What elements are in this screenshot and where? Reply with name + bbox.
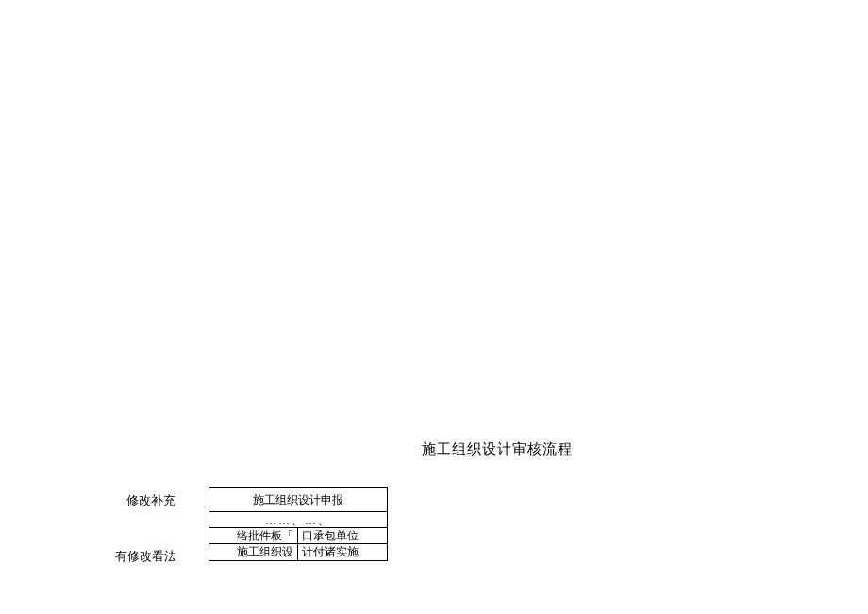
flow-table: 施工组织设计申报 ……、…、 络批件板「 口承包单位 施工组织设 计付诸实施 <box>209 487 388 561</box>
table-row-4: 施工组织设 计付诸实施 <box>209 544 387 560</box>
table-row-2: ……、…、 <box>209 512 387 528</box>
table-cell-4-right: 计付诸实施 <box>298 544 387 560</box>
page-title: 施工组织设计审核流程 <box>422 440 573 458</box>
table-cell-4-left: 施工组织设 <box>209 544 298 560</box>
table-row-3: 络批件板「 口承包单位 <box>209 528 387 544</box>
table-row-1: 施工组织设计申报 <box>209 488 387 512</box>
table-cell-3-right: 口承包单位 <box>298 528 387 543</box>
table-cell-3-left: 络批件板「 <box>209 528 298 543</box>
label-modify-supplement: 修改补充 <box>126 492 175 509</box>
label-has-modify-opinion: 有修改看法 <box>115 548 176 565</box>
